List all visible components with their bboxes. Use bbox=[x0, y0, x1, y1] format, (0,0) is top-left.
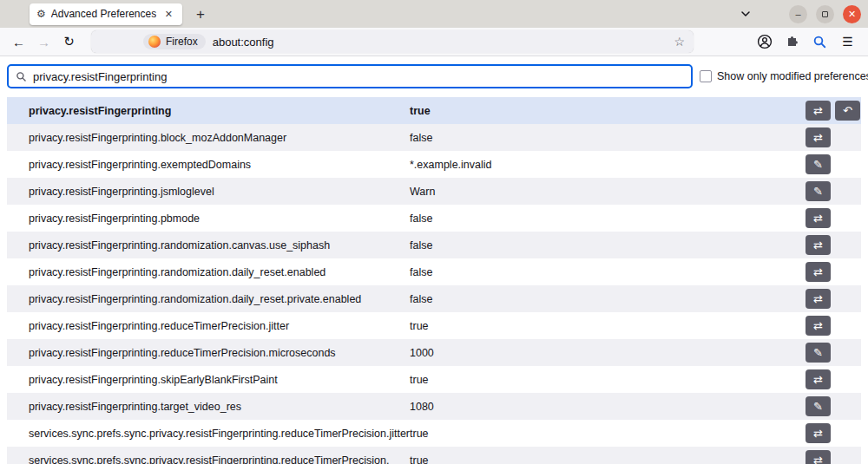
search-icon bbox=[16, 71, 27, 82]
pref-actions: ⇄ bbox=[806, 235, 861, 255]
toggle-button[interactable]: ⇄ bbox=[806, 127, 831, 147]
pref-value: true bbox=[410, 454, 806, 464]
pref-value: true bbox=[410, 105, 806, 117]
tab-title: Advanced Preferences bbox=[51, 8, 156, 20]
toggle-button[interactable]: ⇄ bbox=[806, 316, 831, 336]
toggle-button[interactable]: ⇄ bbox=[806, 262, 831, 282]
toggle-button[interactable]: ⇄ bbox=[806, 289, 831, 309]
search-input[interactable] bbox=[33, 70, 684, 83]
pref-actions: ✎ bbox=[806, 396, 861, 416]
pref-actions: ⇄ bbox=[806, 208, 861, 228]
pref-value: *.example.invalid bbox=[410, 159, 806, 171]
url-text: about:config bbox=[213, 36, 274, 49]
toggle-button[interactable]: ⇄ bbox=[806, 369, 831, 389]
pref-actions: ✎ bbox=[806, 154, 861, 174]
back-button[interactable]: ← bbox=[7, 30, 30, 53]
pref-value: false bbox=[410, 132, 806, 144]
pref-actions: ⇄↶ bbox=[806, 101, 861, 121]
pref-actions: ⇄ bbox=[806, 127, 861, 147]
edit-button[interactable]: ✎ bbox=[806, 343, 831, 363]
reload-button[interactable]: ↻ bbox=[57, 30, 81, 53]
config-search-box[interactable] bbox=[7, 64, 693, 88]
edit-button[interactable]: ✎ bbox=[806, 181, 831, 201]
prefs-table: privacy.resistFingerprinting true ⇄↶ pri… bbox=[7, 97, 861, 464]
pref-name: privacy.resistFingerprinting.randomizati… bbox=[7, 239, 410, 252]
forward-button: → bbox=[32, 30, 56, 53]
pref-actions: ✎ bbox=[806, 181, 861, 201]
tab-advanced-preferences[interactable]: ⚙ Advanced Preferences ✕ bbox=[30, 3, 182, 25]
menu-icon[interactable]: ☰ bbox=[836, 30, 859, 53]
search-highlight-icon[interactable] bbox=[808, 30, 832, 53]
tab-close-icon[interactable]: ✕ bbox=[162, 8, 175, 21]
pref-value: false bbox=[410, 212, 806, 225]
identity-label: Firefox bbox=[166, 36, 198, 48]
pref-name: privacy.resistFingerprinting.block_mozAd… bbox=[7, 132, 410, 144]
pref-name: privacy.resistFingerprinting.jsmloglevel bbox=[7, 186, 410, 198]
pref-value: true bbox=[410, 374, 806, 386]
pref-actions: ✎ bbox=[806, 343, 861, 363]
pref-value: false bbox=[410, 293, 806, 305]
pref-name: privacy.resistFingerprinting.reduceTimer… bbox=[7, 320, 410, 332]
table-row[interactable]: privacy.resistFingerprinting true ⇄↶ bbox=[7, 97, 861, 124]
pref-value: true bbox=[410, 320, 806, 332]
table-row[interactable]: privacy.resistFingerprinting.reduceTimer… bbox=[7, 312, 861, 339]
table-row[interactable]: services.sync.prefs.sync.privacy.resistF… bbox=[7, 447, 861, 464]
pref-name: privacy.resistFingerprinting.pbmode bbox=[7, 212, 410, 225]
toggle-button[interactable]: ⇄ bbox=[806, 208, 831, 228]
url-bar[interactable]: Firefox about:config ☆ bbox=[91, 30, 694, 53]
pref-name: services.sync.prefs.sync.privacy.resistF… bbox=[7, 428, 410, 440]
pref-actions: ⇄ bbox=[806, 289, 861, 309]
account-icon[interactable] bbox=[753, 30, 776, 53]
titlebar: ⚙ Advanced Preferences ✕ + – ✕ bbox=[0, 0, 868, 28]
extensions-puzzle-icon[interactable] bbox=[780, 30, 804, 53]
pref-name: privacy.resistFingerprinting.reduceTimer… bbox=[7, 347, 410, 359]
toggle-button[interactable]: ⇄ bbox=[806, 450, 831, 464]
table-row[interactable]: services.sync.prefs.sync.privacy.resistF… bbox=[7, 420, 861, 447]
table-row[interactable]: privacy.resistFingerprinting.pbmode fals… bbox=[7, 205, 861, 232]
pref-name: privacy.resistFingerprinting bbox=[7, 105, 410, 117]
navigation-bar: ← → ↻ Firefox about:config ☆ bbox=[0, 28, 868, 56]
table-row[interactable]: privacy.resistFingerprinting.jsmloglevel… bbox=[7, 178, 861, 205]
pref-name: privacy.resistFingerprinting.randomizati… bbox=[7, 293, 410, 305]
toggle-button[interactable]: ⇄ bbox=[806, 101, 831, 121]
list-tabs-chevron-icon[interactable] bbox=[735, 3, 756, 24]
table-row[interactable]: privacy.resistFingerprinting.skipEarlyBl… bbox=[7, 366, 861, 393]
edit-button[interactable]: ✎ bbox=[806, 396, 831, 416]
table-row[interactable]: privacy.resistFingerprinting.randomizati… bbox=[7, 285, 861, 312]
table-row[interactable]: privacy.resistFingerprinting.randomizati… bbox=[7, 258, 861, 285]
close-window-button[interactable]: ✕ bbox=[843, 5, 861, 23]
identity-chip[interactable]: Firefox bbox=[143, 34, 206, 49]
table-row[interactable]: privacy.resistFingerprinting.randomizati… bbox=[7, 232, 861, 258]
table-row[interactable]: privacy.resistFingerprinting.target_vide… bbox=[7, 393, 861, 420]
minimize-button[interactable]: – bbox=[789, 5, 807, 23]
new-tab-button[interactable]: + bbox=[189, 3, 212, 25]
toolbar-icons: ☰ bbox=[753, 30, 861, 53]
about-config-page: Show only modified preferences privacy.r… bbox=[0, 56, 868, 464]
show-modified-checkbox[interactable] bbox=[700, 70, 712, 82]
browser-window: ⚙ Advanced Preferences ✕ + – ✕ ← → ↻ Fir… bbox=[0, 0, 868, 464]
pref-value: 1080 bbox=[410, 401, 806, 413]
pref-name: privacy.resistFingerprinting.target_vide… bbox=[7, 401, 410, 413]
table-row[interactable]: privacy.resistFingerprinting.block_mozAd… bbox=[7, 124, 861, 151]
toggle-button[interactable]: ⇄ bbox=[806, 423, 831, 443]
pref-value: 1000 bbox=[410, 347, 806, 359]
firefox-logo-icon bbox=[148, 36, 161, 48]
reset-button[interactable]: ↶ bbox=[835, 101, 860, 121]
titlebar-controls: – ✕ bbox=[735, 3, 861, 24]
pref-value: true bbox=[410, 428, 806, 440]
toggle-button[interactable]: ⇄ bbox=[806, 235, 831, 255]
edit-button[interactable]: ✎ bbox=[806, 154, 831, 174]
pref-name: privacy.resistFingerprinting.skipEarlyBl… bbox=[7, 374, 410, 386]
maximize-icon bbox=[822, 11, 828, 17]
gear-icon: ⚙ bbox=[36, 8, 46, 20]
pref-actions: ⇄ bbox=[806, 423, 861, 443]
bookmark-star-icon[interactable]: ☆ bbox=[674, 35, 685, 49]
pref-value: false bbox=[410, 239, 806, 252]
pref-actions: ⇄ bbox=[806, 369, 861, 389]
pref-actions: ⇄ bbox=[806, 262, 861, 282]
pref-value: false bbox=[410, 266, 806, 278]
search-row: Show only modified preferences bbox=[0, 64, 868, 88]
table-row[interactable]: privacy.resistFingerprinting.reduceTimer… bbox=[7, 339, 861, 366]
maximize-button[interactable] bbox=[816, 5, 834, 23]
table-row[interactable]: privacy.resistFingerprinting.exemptedDom… bbox=[7, 151, 861, 178]
